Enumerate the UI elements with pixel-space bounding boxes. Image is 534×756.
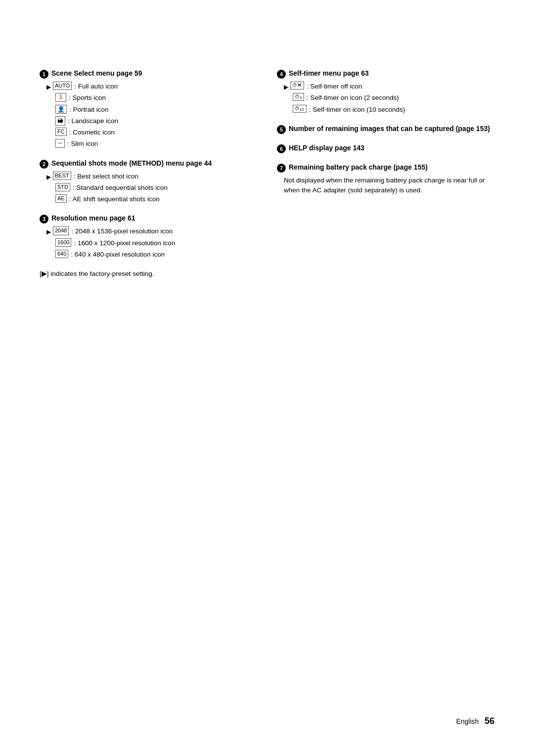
right-column: 4 Self-timer menu page 63 ▶ ⏱✕ : Self-ti…: [277, 69, 494, 277]
section-7: 7 Remaining battery pack charge (page 15…: [277, 163, 494, 196]
left-column: 1 Scene Select menu page 59 ▶ AUTO : Ful…: [40, 69, 257, 277]
item-desc: : Portrait icon: [69, 105, 257, 115]
section-4: 4 Self-timer menu page 63 ▶ ⏱✕ : Self-ti…: [277, 69, 494, 115]
best-icon: BEST: [53, 172, 71, 180]
arrow-icon: ▶: [46, 173, 51, 181]
section-7-title: Remaining battery pack charge (page 155): [289, 163, 428, 171]
list-item: ⏱₂ : Self-timer on icon (2 seconds): [284, 93, 494, 103]
ae-icon: AE: [55, 194, 67, 203]
section-7-number: 7: [277, 164, 286, 173]
list-item: ▶ ⏱✕ : Self-timer off icon: [284, 82, 494, 91]
list-item: ▶ BEST : Best select shot icon: [46, 172, 257, 181]
item-desc: : 1600 x 1200-pixel resolution icon: [74, 238, 257, 248]
section-7-note: Not displayed when the remaining battery…: [284, 176, 494, 196]
self-timer-off-icon: ⏱✕: [290, 82, 304, 89]
section-1-list: ▶ AUTO : Full auto icon 🏃 : Sports icon …: [46, 82, 257, 149]
section-1-title: Scene Select menu page 59: [51, 69, 142, 77]
item-desc: : Full auto icon: [74, 82, 257, 91]
section-2-header: 2 Sequential shots mode (METHOD) menu pa…: [40, 159, 257, 169]
list-item: FC : Cosmetic icon: [46, 128, 257, 137]
language-label: English: [456, 717, 479, 725]
item-desc: : AE shift sequential shots icon: [69, 194, 257, 204]
page-footer: English 56: [456, 716, 494, 726]
content-area: 1 Scene Select menu page 59 ▶ AUTO : Ful…: [40, 69, 494, 277]
section-4-header: 4 Self-timer menu page 63: [277, 69, 494, 79]
cosmetic-icon: FC: [55, 128, 67, 136]
item-desc: : Self-timer on icon (2 seconds): [307, 93, 494, 103]
section-3-list: ▶ 2048 : 2048 x 1536-pixel resolution ic…: [46, 226, 257, 260]
std-icon: STD: [55, 183, 70, 191]
section-3: 3 Resolution menu page 61 ▶ 2048 : 2048 …: [40, 214, 257, 260]
item-desc: : 640 x 480-pixel resolution icon: [71, 250, 257, 260]
section-5-header: 5 Number of remaining images that can be…: [277, 125, 494, 134]
section-6-number: 6: [277, 144, 286, 153]
section-1-number: 1: [40, 70, 48, 79]
list-item: 640 : 640 x 480-pixel resolution icon: [46, 250, 257, 260]
section-1-header: 1 Scene Select menu page 59: [40, 69, 257, 79]
list-item: STD : Standard sequential shots icon: [46, 183, 257, 193]
section-2-number: 2: [40, 160, 48, 169]
section-4-list: ▶ ⏱✕ : Self-timer off icon ⏱₂ : Self-tim…: [284, 82, 494, 115]
item-desc: : Best select shot icon: [74, 172, 257, 181]
section-1: 1 Scene Select menu page 59 ▶ AUTO : Ful…: [40, 69, 257, 149]
section-3-header: 3 Resolution menu page 61: [40, 214, 257, 223]
section-2: 2 Sequential shots mode (METHOD) menu pa…: [40, 159, 257, 205]
factory-note: [▶] indicates the factory-preset setting…: [40, 269, 257, 277]
section-3-number: 3: [40, 215, 48, 223]
item-desc: : Standard sequential shots icon: [73, 183, 257, 193]
section-2-list: ▶ BEST : Best select shot icon STD : Sta…: [46, 172, 257, 205]
section-4-title: Self-timer menu page 63: [289, 69, 369, 77]
auto-icon: AUTO: [53, 82, 72, 90]
item-desc: : Self-timer off icon: [307, 82, 494, 91]
item-desc: : Slim icon: [67, 139, 257, 149]
section-7-header: 7 Remaining battery pack charge (page 15…: [277, 163, 494, 173]
section-4-number: 4: [277, 70, 286, 79]
item-desc: : Self-timer on icon (10 seconds): [309, 105, 494, 115]
section-6: 6 HELP display page 143: [277, 144, 494, 153]
list-item: 🏃 : Sports icon: [46, 93, 257, 103]
section-6-title: HELP display page 143: [289, 144, 364, 152]
res-640-icon: 640: [55, 250, 68, 258]
section-5: 5 Number of remaining images that can be…: [277, 125, 494, 134]
list-item: ▶ AUTO : Full auto icon: [46, 82, 257, 91]
list-item: AE : AE shift sequential shots icon: [46, 194, 257, 204]
item-desc: : Cosmetic icon: [69, 128, 257, 137]
list-item: ↔ : Slim icon: [46, 139, 257, 149]
self-timer-2-icon: ⏱₂: [293, 93, 304, 101]
section-5-number: 5: [277, 125, 286, 134]
self-timer-10-icon: ⏱₁₀: [293, 105, 307, 113]
res-2048-icon: 2048: [53, 226, 69, 235]
list-item: ⏱₁₀ : Self-timer on icon (10 seconds): [284, 105, 494, 115]
landscape-icon: 🏔: [55, 116, 65, 126]
list-item: 🏔 : Landscape icon: [46, 116, 257, 126]
list-item: 1600 : 1600 x 1200-pixel resolution icon: [46, 238, 257, 248]
item-desc: : Sports icon: [69, 93, 257, 103]
portrait-icon: 👤: [55, 105, 67, 114]
section-2-title: Sequential shots mode (METHOD) menu page…: [51, 159, 212, 167]
list-item: ▶ 2048 : 2048 x 1536-pixel resolution ic…: [46, 226, 257, 236]
section-6-header: 6 HELP display page 143: [277, 144, 494, 153]
res-1600-icon: 1600: [55, 238, 71, 247]
arrow-icon: ▶: [284, 83, 288, 91]
item-desc: : Landscape icon: [68, 116, 257, 126]
section-7-note-text: Not displayed when the remaining battery…: [284, 176, 494, 196]
section-3-title: Resolution menu page 61: [51, 214, 135, 222]
arrow-icon: ▶: [46, 227, 51, 236]
slim-icon: ↔: [55, 139, 65, 147]
arrow-icon: ▶: [46, 83, 51, 91]
sports-icon: 🏃: [55, 93, 66, 101]
page-number: 56: [485, 716, 494, 726]
list-item: 👤 : Portrait icon: [46, 105, 257, 115]
item-desc: : 2048 x 1536-pixel resolution icon: [71, 226, 257, 236]
page-container: 1 Scene Select menu page 59 ▶ AUTO : Ful…: [0, 0, 534, 756]
section-5-title: Number of remaining images that can be c…: [289, 125, 490, 133]
